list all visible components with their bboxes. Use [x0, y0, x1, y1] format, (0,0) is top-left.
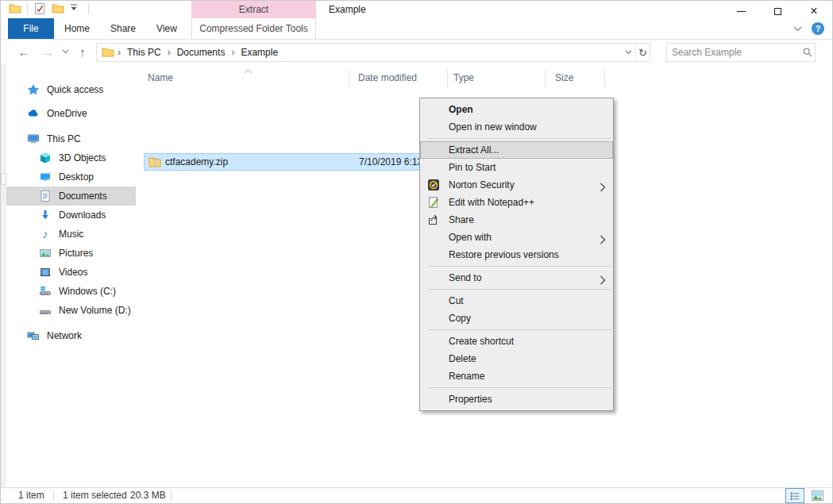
breadcrumb-controls: ↻ [621, 44, 650, 61]
sidebar-item-documents[interactable]: Documents [6, 187, 136, 206]
properties-check-icon[interactable] [33, 2, 46, 15]
breadcrumb-separator: › [114, 47, 124, 58]
up-button[interactable]: ↑ [74, 43, 91, 60]
picture-icon [39, 247, 52, 260]
window-title: Example [329, 1, 366, 18]
column-header-size[interactable]: Size [555, 69, 573, 87]
item-count: 1 item [18, 488, 44, 503]
context-menu-item-open-in-new-window[interactable]: Open in new window [420, 118, 613, 136]
toolbar-divider [27, 3, 28, 14]
scrollbar-thumb[interactable] [1, 173, 6, 185]
sidebar-item-label: Documents [59, 190, 107, 202]
forward-arrow-icon: → [42, 45, 54, 59]
chevron-down-icon [62, 49, 69, 54]
context-menu-item-copy[interactable]: Copy [420, 310, 613, 327]
expand-ribbon-chevron-icon[interactable] [793, 23, 802, 34]
breadcrumb[interactable]: › This PC › Documents › Example ↻ [96, 43, 650, 62]
customize-toolbar-dropdown-icon[interactable] [70, 2, 83, 15]
new-folder-icon[interactable] [52, 2, 64, 15]
quick-access-toolbar [9, 2, 89, 15]
address-dropdown-button[interactable] [621, 44, 635, 61]
context-menu-item-send-to[interactable]: Send to [420, 269, 613, 287]
context-menu-item-create-shortcut[interactable]: Create shortcut [420, 333, 613, 350]
column-header-name[interactable]: Name [148, 69, 173, 87]
column-divider[interactable] [447, 70, 448, 87]
search-box [666, 43, 816, 62]
sidebar-item-onedrive[interactable]: OneDrive [6, 104, 136, 123]
sidebar-item-pictures[interactable]: Pictures [6, 244, 136, 263]
menu-separator [428, 266, 611, 267]
share-icon [427, 214, 440, 226]
menu-item-label: Share [449, 214, 474, 225]
context-menu-item-restore-previous-versions[interactable]: Restore previous versions [420, 246, 613, 264]
large-icons-view-button[interactable] [808, 488, 827, 503]
menu-separator [428, 329, 611, 330]
titlebar: Extract Example × [1, 1, 832, 18]
sidebar-item-label: Network [47, 330, 82, 341]
menu-item-label: Open in new window [449, 121, 537, 133]
zip-file-icon [148, 156, 161, 168]
context-menu-item-extract-all[interactable]: Extract All... [420, 141, 613, 159]
menu-item-label: Send to [449, 272, 481, 283]
context-menu-item-share[interactable]: Share [420, 211, 613, 229]
context-menu-item-pin-to-start[interactable]: Pin to Start [420, 159, 613, 176]
menu-item-label: Delete [449, 353, 476, 364]
tab-share[interactable]: Share [102, 18, 144, 39]
context-menu-item-properties[interactable]: Properties [420, 391, 613, 408]
context-menu-item-rename[interactable]: Rename [420, 367, 613, 385]
column-divider[interactable] [604, 70, 605, 87]
tab-compressed-folder-tools[interactable]: Compressed Folder Tools [191, 18, 316, 39]
thumbnail-view-icon [812, 491, 823, 501]
recent-locations-button[interactable] [60, 43, 71, 60]
breadcrumb-separator: › [164, 47, 174, 58]
sidebar-item-3d-objects[interactable]: 3D Objects [6, 148, 136, 167]
back-arrow-icon: ← [18, 45, 30, 59]
breadcrumb-separator: › [228, 47, 237, 58]
back-button[interactable]: ← [15, 43, 33, 60]
forward-button[interactable]: → [39, 43, 56, 60]
breadcrumb-example[interactable]: Example [237, 44, 281, 61]
chevron-down-icon [625, 50, 632, 55]
context-menu-item-open-with[interactable]: Open with [420, 229, 613, 246]
file-name: ctfacademy.zip [165, 154, 228, 170]
desktop-icon [39, 171, 52, 183]
notepad-plus-plus-icon [427, 196, 440, 209]
search-icon[interactable] [800, 47, 815, 58]
sidebar-item-this-pc[interactable]: This PC [6, 129, 136, 148]
sidebar-item-windows-c[interactable]: Windows (C:) [6, 282, 136, 301]
sidebar-item-videos[interactable]: Videos [6, 263, 136, 282]
column-divider[interactable] [545, 70, 546, 87]
tab-view[interactable]: View [148, 18, 186, 39]
sidebar-item-quick-access[interactable]: Quick access [6, 80, 136, 99]
sidebar-item-network[interactable]: Network [6, 326, 136, 345]
help-icon[interactable]: ? [812, 22, 824, 35]
cube-icon [39, 152, 52, 164]
context-menu-item-norton-security[interactable]: Norton Security [420, 176, 613, 194]
column-divider[interactable] [349, 70, 349, 87]
refresh-button[interactable]: ↻ [635, 44, 650, 61]
context-menu-item-open[interactable]: Open [420, 101, 613, 118]
breadcrumb-documents[interactable]: Documents [174, 44, 229, 61]
sidebar-item-new-volume-d[interactable]: New Volume (D:) [6, 301, 136, 320]
nav-pane-scrollbar[interactable] [1, 64, 6, 491]
details-view-icon [789, 491, 800, 502]
tab-home[interactable]: Home [56, 18, 98, 39]
sidebar-item-desktop[interactable]: Desktop [6, 167, 136, 187]
up-arrow-icon: ↑ [79, 45, 86, 59]
details-view-button[interactable] [785, 488, 804, 503]
breadcrumb-this-pc[interactable]: This PC [124, 44, 164, 61]
column-header-type[interactable]: Type [453, 69, 474, 87]
view-toggle-buttons [785, 488, 827, 503]
menu-item-label: Properties [449, 394, 492, 405]
column-header-date-modified[interactable]: Date modified [358, 69, 417, 87]
menu-item-label: Rename [449, 371, 484, 382]
folder-icon [9, 2, 21, 15]
context-menu-item-delete[interactable]: Delete [420, 350, 613, 367]
tab-file[interactable]: File [8, 18, 54, 39]
context-menu-item-edit-with-notepad[interactable]: Edit with Notepad++ [420, 194, 613, 211]
context-menu-item-cut[interactable]: Cut [420, 292, 613, 310]
search-input[interactable] [667, 47, 800, 58]
sidebar-item-music[interactable]: ♪ Music [6, 225, 136, 244]
sidebar-item-downloads[interactable]: Downloads [6, 206, 136, 225]
drive-windows-icon [39, 285, 52, 298]
